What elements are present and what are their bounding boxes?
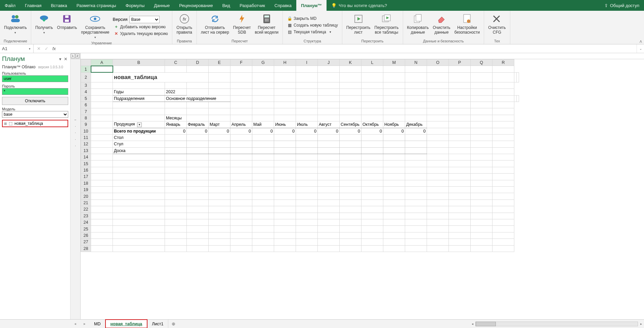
name-box[interactable] — [0, 46, 26, 51]
expand-formula-bar[interactable]: ⌄ — [637, 44, 644, 53]
namebox-dropdown[interactable]: ▾ — [26, 47, 33, 50]
col-header-C[interactable]: C — [165, 60, 187, 66]
row-header-22[interactable]: 22 — [81, 206, 91, 213]
col-header-M[interactable]: M — [383, 60, 405, 66]
row-header-5[interactable]: 5 — [81, 95, 91, 102]
save-view-button[interactable]: Сохранить представление ▾ — [79, 12, 111, 40]
collapse-ribbon-button[interactable]: ᐱ — [640, 40, 642, 43]
clear-data-button[interactable]: Очистить данные — [431, 12, 452, 38]
tree-item-new-table[interactable]: ⊞ ⬚ новая_таблица — [2, 120, 68, 127]
row-header-18[interactable]: 18 — [81, 180, 91, 186]
connect-button[interactable]: Подключить ▾ — [2, 12, 29, 38]
tree-expand-icon[interactable]: ⊞ — [4, 122, 7, 125]
fx-icon-small[interactable]: fx — [52, 46, 56, 51]
sheet-tab-MD[interactable]: MD — [89, 320, 105, 328]
outline-level-1[interactable]: 1 — [71, 53, 75, 58]
tab-Рецензирование[interactable]: Рецензирование — [174, 0, 217, 11]
row-header-2[interactable]: 2 — [81, 72, 91, 82]
recalc-sdb-button[interactable]: Пересчет SDB — [231, 12, 253, 38]
row-header-27[interactable]: 27 — [81, 239, 91, 245]
row-header-4[interactable]: 4 — [81, 89, 91, 95]
delete-version-button[interactable]: ✕ Удалить текущую версию — [113, 31, 169, 37]
pane-menu-icon[interactable]: ▾ — [57, 57, 63, 62]
cancel-formula-icon[interactable]: ✕ — [37, 46, 41, 51]
send-button[interactable]: Отправить — [55, 12, 79, 40]
row-header-26[interactable]: 26 — [81, 232, 91, 239]
col-header-A[interactable]: A — [91, 60, 113, 66]
recalc-model-button[interactable]: Пересчет всей модели — [253, 12, 281, 38]
tab-Разметка страницы[interactable]: Разметка страницы — [72, 0, 121, 11]
tab-Разработчик[interactable]: Разработчик — [235, 0, 270, 11]
row-header-12[interactable]: 12 — [81, 141, 91, 147]
horizontal-scrollbar[interactable]: ◂ ▸ — [469, 320, 644, 328]
col-header-E[interactable]: E — [209, 60, 230, 66]
row-header-16[interactable]: 16 — [81, 167, 91, 173]
row-header-9[interactable]: 9 — [81, 121, 91, 128]
version-select[interactable]: Base — [129, 16, 160, 23]
row-header-23[interactable]: 23 — [81, 213, 91, 219]
col-header-P[interactable]: P — [449, 60, 471, 66]
sheet-tab-новая_таблица[interactable]: новая_таблица — [105, 320, 147, 328]
row-header-15[interactable]: 15 — [81, 160, 91, 167]
col-header-F[interactable]: F — [230, 60, 252, 66]
upload-sheet-button[interactable]: Отправить лист на сервер — [199, 12, 231, 38]
col-header-D[interactable]: D — [187, 60, 209, 66]
col-header-B[interactable]: B — [113, 60, 165, 66]
tab-Главная[interactable]: Главная — [20, 0, 46, 11]
col-header-K[interactable]: K — [340, 60, 361, 66]
security-button[interactable]: Настройки безопасности — [452, 12, 482, 38]
row-header-25[interactable]: 25 — [81, 226, 91, 232]
tab-Данные[interactable]: Данные — [149, 0, 174, 11]
hscroll-left[interactable]: ◂ — [469, 322, 475, 326]
password-input[interactable] — [2, 88, 68, 95]
outline-collapse-9[interactable]: − — [71, 118, 80, 124]
row-header-6[interactable]: 6 — [81, 102, 91, 108]
row-header-20[interactable]: 20 — [81, 193, 91, 199]
new-table-button[interactable]: ▦Создать новую таблицу — [286, 22, 339, 28]
row-header-11[interactable]: 11 — [81, 134, 91, 141]
col-header-G[interactable]: G — [252, 60, 274, 66]
close-md-button[interactable]: 🔒Закрыть MD — [286, 15, 339, 22]
disconnect-button[interactable]: Отключить — [2, 97, 68, 105]
copy-data-button[interactable]: Копировать данные — [405, 12, 431, 38]
row-header-28[interactable]: 28 — [81, 245, 91, 252]
tab-Справка[interactable]: Справка — [270, 0, 296, 11]
sheet-tab-Лист1[interactable]: Лист1 — [147, 320, 168, 328]
col-header-N[interactable]: N — [405, 60, 427, 66]
col-header-R[interactable]: R — [492, 60, 514, 66]
row-header-13[interactable]: 13 — [81, 147, 91, 154]
filter-button[interactable]: ▾ — [137, 122, 142, 127]
row-header-7[interactable]: 7 — [81, 108, 91, 115]
add-version-button[interactable]: ＋ Добавить новую версию — [113, 24, 169, 30]
row-header-1[interactable]: 1 — [81, 66, 91, 72]
col-header-J[interactable]: J — [318, 60, 340, 66]
col-header-L[interactable]: L — [361, 60, 383, 66]
model-select[interactable]: base — [2, 111, 68, 118]
rebuild-all-button[interactable]: Перестроить все таблицы — [373, 12, 401, 38]
tab-scroll-first[interactable]: ◂ — [71, 320, 80, 328]
clear-cfg-button[interactable]: Очистить CFG — [486, 12, 508, 38]
col-header-H[interactable]: H — [274, 60, 296, 66]
add-sheet-button[interactable]: ⊕ — [168, 320, 178, 328]
get-button[interactable]: Получить ▾ — [33, 12, 55, 40]
user-input[interactable] — [2, 75, 68, 82]
outline-level-2[interactable]: 2 — [76, 53, 80, 58]
hscroll-right[interactable]: ▸ — [638, 322, 644, 326]
tab-Формулы[interactable]: Формулы — [121, 0, 149, 11]
tell-me[interactable]: 💡 Что вы хотите сделать? — [327, 0, 392, 11]
tab-scroll-prev[interactable]: ▸ — [80, 320, 89, 328]
tab-file[interactable]: Файл — [0, 0, 20, 11]
pane-close-icon[interactable]: ✕ — [63, 57, 68, 62]
tab-Вид[interactable]: Вид — [218, 0, 235, 11]
share-button[interactable]: ⇪ Общий доступ — [600, 0, 644, 11]
rebuild-sheet-button[interactable]: Перестроить лист — [344, 12, 373, 38]
row-header-19[interactable]: 19 — [81, 187, 91, 193]
row-header-24[interactable]: 24 — [81, 219, 91, 225]
col-header-O[interactable]: O — [427, 60, 449, 66]
row-header-21[interactable]: 21 — [81, 199, 91, 206]
row-header-3[interactable]: 3 — [81, 82, 91, 88]
tab-Вставка[interactable]: Вставка — [46, 0, 72, 11]
tab-Планум™[interactable]: Планум™ — [296, 0, 327, 11]
col-header-I[interactable]: I — [296, 60, 318, 66]
accept-formula-icon[interactable]: ✓ — [45, 46, 48, 51]
